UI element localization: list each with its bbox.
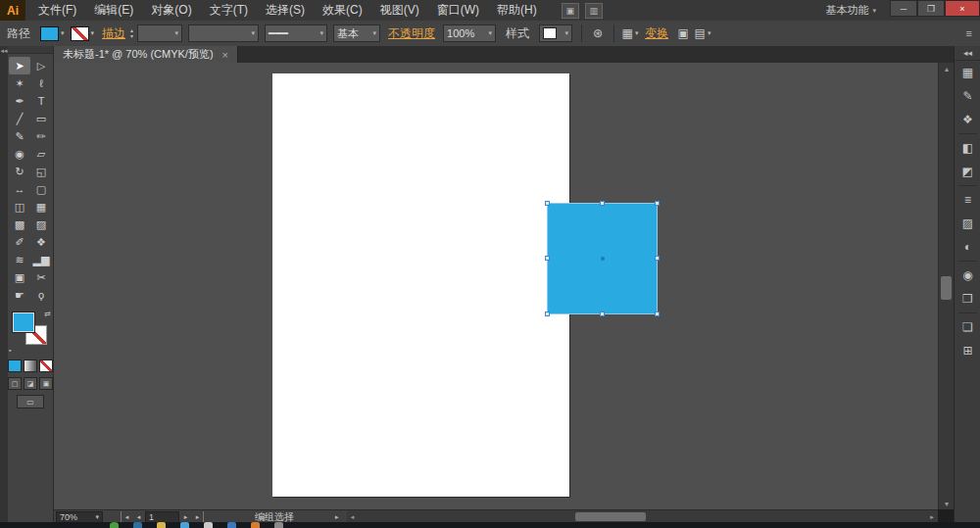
- selection-handle[interactable]: [600, 201, 605, 206]
- eyedropper-tool[interactable]: ✐: [9, 233, 30, 251]
- stroke-width-select[interactable]: ▾: [137, 24, 182, 42]
- color-guide-panel-icon[interactable]: ◩: [955, 160, 980, 183]
- shape-builder-tool[interactable]: ◫: [9, 198, 30, 216]
- mesh-tool[interactable]: ▩: [9, 216, 30, 233]
- gradient-tool[interactable]: ▨: [30, 216, 52, 233]
- taskbar-app-icon-7[interactable]: [274, 522, 283, 528]
- minimize-button[interactable]: ─: [890, 0, 917, 17]
- graphic-styles-panel-icon[interactable]: ❒: [955, 287, 980, 311]
- rotate-tool[interactable]: ↻: [9, 163, 30, 180]
- layers-panel-icon[interactable]: ❏: [955, 315, 980, 339]
- selection-handle[interactable]: [655, 312, 660, 316]
- fill-swatch[interactable]: [13, 312, 34, 332]
- controlbar-menu-icon[interactable]: ≡: [966, 27, 972, 39]
- select-similar-dropdown-icon[interactable]: ▤ ▾: [693, 25, 712, 41]
- taskbar-app-icon-3[interactable]: [180, 522, 189, 528]
- canvas[interactable]: [54, 63, 938, 509]
- menu-item[interactable]: 窗口(W): [428, 0, 488, 21]
- previous-artboard-button[interactable]: ◂: [133, 511, 144, 522]
- paintbrush-tool[interactable]: ✎: [9, 127, 30, 145]
- fill-color-dropdown[interactable]: ▾: [40, 26, 65, 41]
- next-artboard-button[interactable]: ▸: [180, 511, 191, 522]
- opacity-link[interactable]: 不透明度: [388, 25, 435, 42]
- vertical-scrollbar[interactable]: ▴ ▾: [938, 63, 955, 509]
- draw-normal-button[interactable]: ▢: [8, 377, 22, 390]
- lasso-tool[interactable]: ℓ: [30, 74, 52, 92]
- restore-button[interactable]: ❐: [917, 0, 945, 17]
- free-transform-tool[interactable]: ▢: [30, 180, 52, 198]
- transparency-panel-icon[interactable]: ◐: [955, 235, 980, 259]
- swatches-panel-icon[interactable]: ▦: [955, 61, 980, 84]
- blend-tool[interactable]: ❖: [30, 233, 52, 251]
- pencil-tool[interactable]: ✏: [30, 127, 52, 145]
- gradient-panel-icon[interactable]: ▨: [955, 212, 980, 235]
- document-tab[interactable]: 未标题-1* @ 70% (CMYK/预览) ×: [54, 46, 238, 63]
- menu-item[interactable]: 选择(S): [257, 0, 314, 21]
- workspace-switcher[interactable]: 基本功能 ▾: [825, 3, 876, 18]
- transform-link[interactable]: 变换: [645, 25, 668, 42]
- close-tab-icon[interactable]: ×: [222, 49, 228, 61]
- blob-brush-tool[interactable]: ◉: [9, 145, 30, 163]
- zoom-tool[interactable]: ϙ: [30, 286, 52, 304]
- taskbar-app-icon-6[interactable]: [251, 522, 260, 528]
- center-anchor-point[interactable]: [601, 257, 605, 261]
- artboard-number-field[interactable]: 1: [145, 511, 179, 523]
- width-tool[interactable]: ↔: [9, 180, 30, 198]
- symbols-panel-icon[interactable]: ❖: [955, 108, 980, 131]
- direct-selection-tool[interactable]: ▷: [30, 57, 52, 74]
- swap-fill-stroke-icon[interactable]: ⇄: [44, 310, 51, 318]
- selection-handle[interactable]: [655, 256, 660, 261]
- taskbar-app-icon-1[interactable]: [133, 522, 142, 528]
- scroll-down-icon[interactable]: ▾: [939, 498, 955, 509]
- eraser-tool[interactable]: ▱: [30, 145, 52, 163]
- last-artboard-button[interactable]: ▸: [192, 511, 204, 522]
- stroke-color-dropdown[interactable]: ▾: [71, 26, 95, 41]
- align-dropdown-icon[interactable]: ▦ ▾: [620, 25, 640, 41]
- color-button[interactable]: [8, 360, 22, 372]
- scroll-up-icon[interactable]: ▴: [939, 63, 955, 74]
- menu-item[interactable]: 效果(C): [314, 0, 371, 21]
- zoom-level-select[interactable]: 70% ▾: [56, 511, 103, 523]
- selection-handle[interactable]: [545, 312, 550, 316]
- line-segment-tool[interactable]: ╱: [9, 110, 30, 127]
- type-tool[interactable]: T: [30, 92, 52, 110]
- selected-rectangle[interactable]: [548, 204, 657, 313]
- close-button[interactable]: ×: [945, 0, 980, 17]
- selection-handle[interactable]: [655, 201, 660, 206]
- tools-panel-header[interactable]: [8, 46, 53, 54]
- menu-item[interactable]: 对象(O): [142, 0, 200, 21]
- stroke-panel-icon[interactable]: ≡: [955, 188, 980, 212]
- horizontal-scroll-thumb[interactable]: [575, 512, 646, 521]
- collapse-toolbar-icon[interactable]: ◂◂: [0, 46, 8, 56]
- brush-basic-select[interactable]: 基本 ▾: [333, 24, 380, 42]
- menu-item[interactable]: 帮助(H): [488, 0, 546, 21]
- width-profile-select[interactable]: ▾: [188, 24, 259, 42]
- menu-item[interactable]: 文字(T): [201, 0, 257, 21]
- stroke-link[interactable]: 描边: [102, 25, 125, 42]
- recolor-artwork-icon[interactable]: ⊛: [588, 25, 608, 41]
- artboard-tool[interactable]: ▣: [9, 268, 30, 286]
- isolate-object-icon[interactable]: ▣: [673, 25, 693, 41]
- column-graph-tool[interactable]: ▂▆: [30, 251, 52, 268]
- menu-item[interactable]: 文件(F): [29, 0, 85, 21]
- selection-handle[interactable]: [545, 201, 550, 206]
- selection-handle[interactable]: [545, 256, 550, 261]
- scale-tool[interactable]: ◱: [30, 163, 52, 180]
- appearance-panel-icon[interactable]: ◉: [955, 264, 980, 287]
- first-artboard-button[interactable]: ◂: [121, 511, 132, 522]
- rectangle-tool[interactable]: ▭: [30, 110, 52, 127]
- vertical-scroll-thumb[interactable]: [941, 276, 952, 300]
- scroll-left-icon[interactable]: ◂: [347, 513, 359, 521]
- taskbar-app-icon-2[interactable]: [157, 522, 166, 528]
- scroll-right-icon[interactable]: ▸: [926, 513, 938, 521]
- style-select[interactable]: ▾: [539, 24, 572, 42]
- draw-inside-button[interactable]: ▣: [39, 377, 53, 390]
- none-button[interactable]: [39, 360, 53, 372]
- taskbar-app-icon-5[interactable]: [227, 522, 236, 528]
- expand-panels-icon[interactable]: ◂◂: [955, 46, 980, 61]
- menu-item[interactable]: 视图(V): [371, 0, 428, 21]
- draw-behind-button[interactable]: ◪: [24, 377, 37, 390]
- menu-item[interactable]: 编辑(E): [85, 0, 142, 21]
- gradient-button[interactable]: [24, 360, 37, 372]
- default-fill-stroke-icon[interactable]: ▪: [9, 347, 11, 354]
